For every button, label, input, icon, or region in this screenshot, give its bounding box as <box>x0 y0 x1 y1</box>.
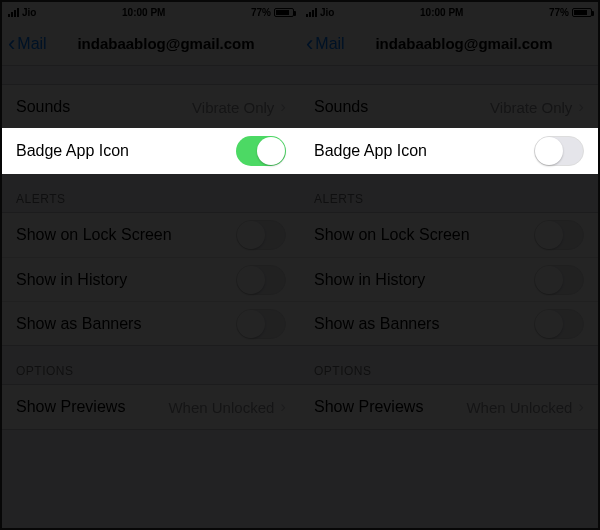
badge-toggle[interactable] <box>236 136 286 166</box>
row-label: Show on Lock Screen <box>16 226 172 244</box>
lockscreen-toggle[interactable] <box>236 220 286 250</box>
row-value: Vibrate Only <box>192 99 274 116</box>
nav-bar: ‹ Mail indabaablog@gmail.com <box>2 22 300 66</box>
row-label: Show Previews <box>314 398 423 416</box>
row-label: Show Previews <box>16 398 125 416</box>
row-badge-app-icon-left[interactable]: Badge App Icon <box>2 128 300 174</box>
back-label: Mail <box>315 35 344 53</box>
row-label: Show as Banners <box>314 315 439 333</box>
row-label: Sounds <box>16 98 70 116</box>
section-header-options: OPTIONS <box>2 346 300 384</box>
status-bar: Jio 10:00 PM 77% <box>300 2 598 22</box>
page-title: indabaablog@gmail.com <box>10 35 292 52</box>
row-value: When Unlocked <box>466 399 572 416</box>
lockscreen-toggle[interactable] <box>534 220 584 250</box>
chevron-right-icon: › <box>578 97 584 117</box>
signal-icon <box>306 8 317 17</box>
status-time: 10:00 PM <box>122 7 165 18</box>
banners-toggle[interactable] <box>236 309 286 339</box>
battery-percent: 77% <box>251 7 271 18</box>
row-banners[interactable]: Show as Banners <box>300 301 598 345</box>
row-previews[interactable]: Show Previews When Unlocked› <box>2 385 300 429</box>
settings-pane-left: Jio 10:00 PM 77% ‹ Mail indabaablog@gmai… <box>2 2 300 528</box>
signal-icon <box>8 8 19 17</box>
chevron-left-icon: ‹ <box>8 33 15 55</box>
history-toggle[interactable] <box>534 265 584 295</box>
banners-toggle[interactable] <box>534 309 584 339</box>
battery-icon <box>572 8 592 17</box>
chevron-right-icon: › <box>280 397 286 417</box>
row-value: When Unlocked <box>168 399 274 416</box>
row-lock-screen[interactable]: Show on Lock Screen <box>300 213 598 257</box>
badge-toggle[interactable] <box>534 136 584 166</box>
comparison-container: Jio 10:00 PM 77% ‹ Mail indabaablog@gmai… <box>0 0 600 530</box>
back-label: Mail <box>17 35 46 53</box>
status-bar: Jio 10:00 PM 77% <box>2 2 300 22</box>
row-badge-app-icon-right[interactable]: Badge App Icon <box>300 128 598 174</box>
back-button[interactable]: ‹ Mail <box>8 33 47 55</box>
row-label: Badge App Icon <box>16 142 129 160</box>
battery-icon <box>274 8 294 17</box>
row-sounds[interactable]: Sounds Vibrate Only› <box>300 85 598 129</box>
section-header-alerts: ALERTS <box>2 174 300 212</box>
highlighted-row: Badge App Icon Badge App Icon <box>2 128 598 174</box>
row-lock-screen[interactable]: Show on Lock Screen <box>2 213 300 257</box>
chevron-right-icon: › <box>578 397 584 417</box>
back-button[interactable]: ‹ Mail <box>306 33 345 55</box>
row-banners[interactable]: Show as Banners <box>2 301 300 345</box>
carrier-label: Jio <box>22 7 36 18</box>
chevron-right-icon: › <box>280 97 286 117</box>
row-value: Vibrate Only <box>490 99 572 116</box>
chevron-left-icon: ‹ <box>306 33 313 55</box>
row-history[interactable]: Show in History <box>2 257 300 301</box>
nav-bar: ‹ Mail indabaablog@gmail.com <box>300 22 598 66</box>
carrier-label: Jio <box>320 7 334 18</box>
row-history[interactable]: Show in History <box>300 257 598 301</box>
row-sounds[interactable]: Sounds Vibrate Only› <box>2 85 300 129</box>
status-time: 10:00 PM <box>420 7 463 18</box>
battery-percent: 77% <box>549 7 569 18</box>
section-header-options: OPTIONS <box>300 346 598 384</box>
row-label: Show as Banners <box>16 315 141 333</box>
row-label: Show in History <box>314 271 425 289</box>
page-title: indabaablog@gmail.com <box>308 35 590 52</box>
settings-pane-right: Jio 10:00 PM 77% ‹ Mail indabaablog@gmai… <box>300 2 598 528</box>
row-label: Sounds <box>314 98 368 116</box>
history-toggle[interactable] <box>236 265 286 295</box>
row-label: Badge App Icon <box>314 142 427 160</box>
row-label: Show in History <box>16 271 127 289</box>
section-header-alerts: ALERTS <box>300 174 598 212</box>
row-label: Show on Lock Screen <box>314 226 470 244</box>
row-previews[interactable]: Show Previews When Unlocked› <box>300 385 598 429</box>
